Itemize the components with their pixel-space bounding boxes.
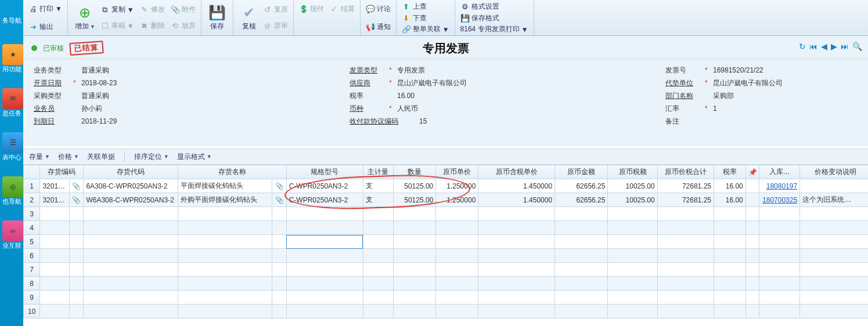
empty-cell[interactable] — [272, 277, 286, 291]
empty-cell[interactable] — [40, 277, 70, 291]
empty-cell[interactable] — [286, 235, 363, 249]
format-settings-button[interactable]: ⚙格式设置 — [459, 1, 501, 12]
empty-cell[interactable] — [363, 277, 394, 291]
discuss-button[interactable]: 💬讨论 — [364, 3, 392, 15]
row-number[interactable]: 7 — [24, 263, 40, 277]
table-row[interactable]: 5 — [24, 235, 869, 249]
row-number[interactable]: 6 — [24, 249, 40, 263]
col-price[interactable]: 原币单价 — [436, 165, 478, 179]
clip-icon[interactable]: 📎 — [70, 179, 84, 193]
row-number[interactable]: 8 — [24, 277, 40, 291]
refresh-icon[interactable]: ↻ — [799, 42, 806, 51]
empty-cell[interactable] — [84, 305, 178, 318]
empty-cell[interactable] — [759, 235, 800, 249]
empty-cell[interactable] — [394, 291, 436, 305]
next-icon[interactable]: ▶ — [831, 42, 837, 51]
empty-cell[interactable] — [363, 305, 394, 318]
fld-label[interactable]: 部门名称 — [665, 91, 701, 101]
displayfmt-button[interactable]: 显示格式▼ — [177, 152, 212, 162]
empty-cell[interactable] — [70, 221, 84, 235]
empty-cell[interactable] — [714, 291, 745, 305]
empty-cell[interactable] — [608, 235, 657, 249]
empty-cell[interactable] — [363, 221, 394, 235]
fld-label[interactable]: 币种 — [350, 104, 386, 114]
empty-cell[interactable] — [608, 207, 657, 221]
empty-cell[interactable] — [478, 291, 555, 305]
table-row[interactable]: 10 — [24, 305, 869, 318]
nav-label[interactable]: 业互联 — [0, 241, 23, 250]
empty-cell[interactable] — [714, 277, 745, 291]
col-uom[interactable]: 主计量 — [363, 165, 394, 179]
nav-tile-report[interactable]: ☰ — [2, 132, 23, 153]
empty-cell[interactable] — [800, 291, 868, 305]
clip-icon[interactable]: 📎 — [272, 179, 286, 193]
empty-cell[interactable] — [70, 291, 84, 305]
table-row[interactable]: 3 — [24, 207, 869, 221]
print-format-button[interactable]: 8164 专用发票打印▼ — [459, 24, 530, 35]
empty-cell[interactable] — [84, 207, 178, 221]
empty-cell[interactable] — [178, 249, 272, 263]
col-alias[interactable]: 存货代码 — [84, 165, 178, 179]
empty-cell[interactable] — [657, 263, 714, 277]
fld-label[interactable]: 供应商 — [350, 78, 386, 88]
empty-cell[interactable] — [436, 263, 478, 277]
empty-cell[interactable] — [272, 305, 286, 318]
last-icon[interactable]: ⏭ — [841, 42, 849, 51]
empty-cell[interactable] — [759, 263, 800, 277]
empty-cell[interactable] — [286, 263, 363, 277]
search-icon[interactable]: 🔍 — [852, 42, 862, 51]
empty-cell[interactable] — [178, 305, 272, 318]
empty-cell[interactable] — [745, 207, 759, 221]
audit-button[interactable]: ✔ 复核 — [237, 3, 261, 32]
table-row[interactable]: 9 — [24, 291, 869, 305]
empty-cell[interactable] — [40, 207, 70, 221]
col-rate[interactable]: 税率 — [714, 165, 745, 179]
fld-label[interactable]: 代垫单位 — [665, 78, 701, 88]
empty-cell[interactable] — [608, 263, 657, 277]
empty-cell[interactable] — [714, 221, 745, 235]
delete-button[interactable]: ✖删除 — [138, 20, 167, 31]
empty-cell[interactable] — [286, 207, 363, 221]
lookup-down-button[interactable]: ⬇下查 — [400, 13, 428, 24]
empty-cell[interactable] — [436, 277, 478, 291]
empty-cell[interactable] — [759, 305, 800, 318]
nav-label[interactable]: 也导航 — [0, 197, 23, 206]
col-name[interactable]: 存货名称 — [178, 165, 287, 179]
empty-cell[interactable] — [70, 249, 84, 263]
row-number[interactable]: 1 — [24, 179, 40, 193]
empty-cell[interactable] — [40, 221, 70, 235]
empty-cell[interactable] — [555, 263, 608, 277]
nav-label[interactable]: 表中心 — [0, 153, 23, 162]
empty-cell[interactable] — [272, 291, 286, 305]
empty-cell[interactable] — [745, 277, 759, 291]
first-icon[interactable]: ⏮ — [809, 42, 817, 51]
empty-cell[interactable] — [436, 221, 478, 235]
empty-cell[interactable] — [745, 221, 759, 235]
empty-cell[interactable] — [40, 263, 70, 277]
empty-cell[interactable] — [555, 277, 608, 291]
empty-cell[interactable] — [84, 277, 178, 291]
empty-cell[interactable] — [178, 235, 272, 249]
price-button[interactable]: 价格▼ — [58, 152, 79, 162]
empty-cell[interactable] — [478, 207, 555, 221]
sort-button[interactable]: 排序定位▼ — [134, 152, 169, 162]
empty-cell[interactable] — [714, 305, 745, 318]
empty-cell[interactable] — [286, 305, 363, 318]
row-number[interactable]: 4 — [24, 221, 40, 235]
empty-cell[interactable] — [657, 249, 714, 263]
empty-cell[interactable] — [800, 207, 868, 221]
empty-cell[interactable] — [394, 207, 436, 221]
empty-cell[interactable] — [436, 305, 478, 318]
stock-button[interactable]: 存量▼ — [29, 152, 50, 162]
empty-cell[interactable] — [363, 235, 394, 249]
empty-cell[interactable] — [436, 291, 478, 305]
empty-cell[interactable] — [286, 291, 363, 305]
empty-cell[interactable] — [40, 249, 70, 263]
empty-cell[interactable] — [394, 235, 436, 249]
col-qty[interactable]: 数量 — [394, 165, 436, 179]
empty-cell[interactable] — [394, 221, 436, 235]
empty-cell[interactable] — [759, 277, 800, 291]
empty-cell[interactable] — [40, 235, 70, 249]
empty-cell[interactable] — [745, 305, 759, 318]
table-row[interactable]: 13201…📎6A308-C-WPR0250AN3-2平面焊接碳化钨钻头📎C-W… — [24, 179, 869, 193]
